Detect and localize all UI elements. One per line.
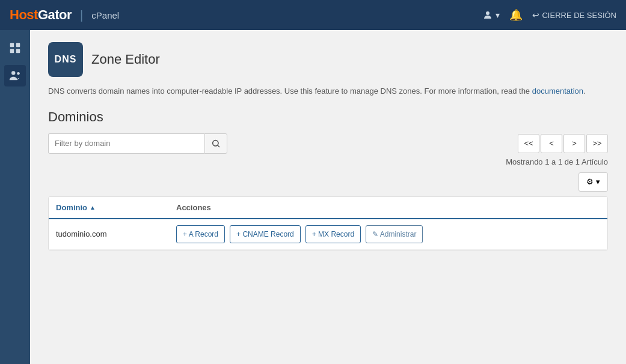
signout-button[interactable]: ↩ CIERRE DE SESIÓN [532, 10, 616, 20]
filter-left [48, 133, 227, 154]
search-button[interactable] [204, 133, 227, 154]
column-header-domain[interactable]: Dominio ▲ [56, 203, 176, 212]
sidebar [0, 30, 30, 364]
nav-right: ▾ 🔔 ↩ CIERRE DE SESIÓN [482, 8, 616, 22]
column-header-actions: Acciones [176, 203, 600, 212]
page-header: DNS Zone Editor [48, 42, 608, 77]
add-cname-record-button[interactable]: + CNAME Record [230, 225, 301, 243]
filter-pagination-row: << < > >> [48, 133, 608, 154]
pagination-first[interactable]: << [518, 134, 539, 153]
svg-rect-1 [10, 43, 14, 47]
svg-rect-4 [16, 49, 20, 53]
hostgator-logo: HostGator [10, 7, 72, 23]
pagination: << < > >> [518, 134, 608, 153]
page-description: DNS converts domain names into computer-… [48, 85, 608, 97]
table-settings-button[interactable]: ⚙ ▾ [578, 172, 608, 192]
section-title: Dominios [48, 109, 608, 125]
manage-button[interactable]: ✎ Administrar [366, 225, 423, 243]
dns-icon: DNS [48, 42, 83, 77]
notifications-button[interactable]: 🔔 [509, 8, 523, 22]
add-a-record-button[interactable]: + A Record [176, 225, 225, 243]
domain-cell: tudominio.com [56, 229, 176, 238]
svg-line-8 [218, 145, 219, 147]
settings-row: ⚙ ▾ [48, 172, 608, 192]
domains-table: Dominio ▲ Acciones tudominio.com + A Rec… [48, 196, 608, 250]
actions-cell: + A Record + CNAME Record + MX Record ✎ … [176, 225, 600, 243]
svg-point-6 [17, 72, 20, 75]
table-header: Dominio ▲ Acciones [49, 197, 607, 219]
top-navigation: HostGator | cPanel ▾ 🔔 ↩ CIERRE DE SESIÓ… [0, 0, 626, 30]
settings-dropdown-icon: ▾ [596, 177, 600, 186]
gear-icon: ⚙ [586, 177, 594, 186]
nav-left: HostGator | cPanel [10, 7, 119, 23]
svg-point-7 [213, 140, 218, 145]
sort-icon: ▲ [90, 204, 96, 211]
main-content: DNS Zone Editor DNS converts domain name… [30, 30, 626, 364]
domain-filter-input[interactable] [48, 133, 204, 154]
table-row: tudominio.com + A Record + CNAME Record … [49, 219, 607, 250]
signout-icon: ↩ [532, 10, 539, 20]
svg-rect-2 [16, 43, 20, 47]
documentation-link[interactable]: documentation [532, 86, 583, 96]
svg-point-5 [11, 71, 15, 74]
pagination-prev[interactable]: < [541, 134, 562, 153]
cpanel-label: cPanel [91, 10, 119, 20]
svg-rect-3 [10, 49, 14, 53]
add-mx-record-button[interactable]: + MX Record [305, 225, 361, 243]
sidebar-item-grid[interactable] [4, 37, 26, 59]
nav-divider: | [80, 8, 83, 22]
sidebar-item-users[interactable] [4, 65, 26, 86]
page-title: Zone Editor [91, 52, 160, 67]
pagination-next[interactable]: > [563, 134, 585, 153]
user-menu-button[interactable]: ▾ [482, 10, 500, 20]
main-layout: DNS Zone Editor DNS converts domain name… [0, 30, 626, 364]
svg-point-0 [486, 11, 489, 15]
showing-text: Mostrando 1 a 1 de 1 Artículo [48, 157, 608, 166]
pagination-last[interactable]: >> [586, 134, 608, 153]
chevron-down-icon: ▾ [496, 10, 500, 20]
